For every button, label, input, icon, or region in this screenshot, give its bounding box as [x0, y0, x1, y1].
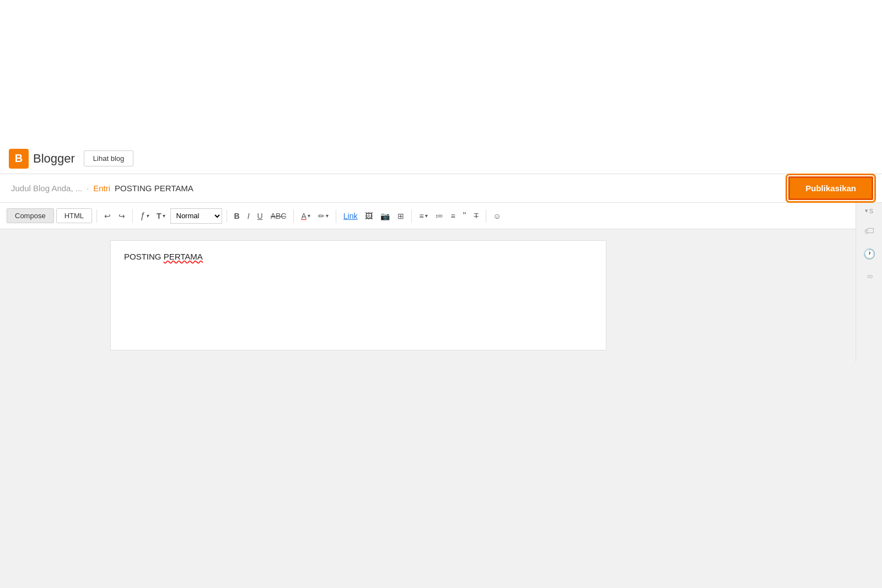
image-icon: 🖼	[365, 212, 373, 220]
toolbar-separator-6	[411, 209, 412, 223]
more-icon: ⊞	[397, 212, 404, 220]
blogger-icon: B	[9, 149, 29, 169]
lihat-blog-button[interactable]: Lihat blog	[84, 150, 133, 166]
align-arrow: ▾	[425, 213, 428, 219]
redo-button[interactable]: ↪	[116, 210, 128, 222]
toolbar-separator-7	[486, 209, 486, 223]
post-content: POSTING PERTAMA	[124, 252, 593, 261]
sidebar-dropdown-arrow: ▾	[865, 207, 868, 214]
toolbar: Compose HTML ↩ ↪ ƒ ▾ T ▾ Normal Heading …	[0, 203, 856, 229]
highlight-button[interactable]: ✏ ▾	[315, 210, 331, 222]
top-whitespace	[0, 0, 882, 143]
quote-icon: "	[463, 211, 466, 221]
publish-button[interactable]: Publikasikan	[788, 176, 873, 200]
emoji-button[interactable]: ☺	[491, 210, 504, 222]
font-color-button[interactable]: A ▾	[298, 210, 313, 222]
toolbar-separator-5	[336, 209, 336, 223]
undo-button[interactable]: ↩	[101, 210, 114, 222]
format-select[interactable]: Normal Heading 1 Heading 2 Heading 3	[170, 208, 222, 224]
highlight-arrow: ▾	[326, 213, 329, 219]
side-panel: ▾ S 🏷 🕐 ∞	[856, 203, 882, 362]
unordered-list-button[interactable]: ≡	[448, 210, 458, 222]
writing-area-wrapper: POSTING PERTAMA	[0, 229, 856, 362]
sidebar-dropdown-text: S	[869, 208, 873, 214]
blogger-letter: B	[15, 152, 23, 165]
clear-format-icon: T̶	[474, 212, 478, 220]
video-icon: 📷	[380, 212, 390, 220]
blogger-brand-name: Blogger	[33, 152, 75, 166]
quote-button[interactable]: "	[460, 209, 469, 223]
header-bar: B Blogger Lihat blog	[0, 143, 882, 174]
strikethrough-button[interactable]: ABC	[268, 210, 289, 222]
font-color-arrow: ▾	[308, 213, 310, 219]
toolbar-separator-1	[96, 209, 97, 223]
post-title-display: POSTING PERTAMA	[115, 184, 193, 193]
align-icon: ≡	[419, 212, 423, 220]
image-button[interactable]: 🖼	[362, 210, 375, 222]
font-size-icon: T	[157, 212, 162, 220]
video-button[interactable]: 📷	[378, 210, 392, 222]
font-size-arrow: ▾	[163, 213, 165, 219]
content-area: Compose HTML ↩ ↪ ƒ ▾ T ▾ Normal Heading …	[0, 203, 856, 362]
breadcrumb: Judul Blog Anda, ... · Entri POSTING PER…	[0, 184, 788, 193]
title-bar: Judul Blog Anda, ... · Entri POSTING PER…	[0, 174, 882, 203]
schedule-icon[interactable]: 🕐	[863, 248, 875, 260]
toolbar-separator-3	[227, 209, 227, 223]
highlight-icon: ✏	[318, 212, 325, 220]
sidebar-dropdown-label[interactable]: ▾ S	[865, 207, 873, 214]
align-button[interactable]: ≡ ▾	[416, 210, 430, 222]
font-size-button[interactable]: T ▾	[154, 210, 168, 222]
link-button[interactable]: Link	[341, 210, 361, 222]
emoji-icon: ☺	[493, 212, 501, 220]
toolbar-separator-2	[132, 209, 133, 223]
html-tab[interactable]: HTML	[56, 208, 92, 223]
writing-area[interactable]: POSTING PERTAMA	[110, 240, 606, 350]
unordered-list-icon: ≡	[451, 212, 455, 220]
clear-format-button[interactable]: T̶	[471, 210, 481, 222]
blog-title-label: Judul Blog Anda, ...	[11, 184, 82, 193]
more-button[interactable]: ⊞	[395, 210, 407, 222]
toolbar-separator-4	[293, 209, 294, 223]
blogger-logo: B Blogger	[9, 149, 75, 169]
font-family-button[interactable]: ƒ ▾	[137, 209, 152, 223]
compose-tab[interactable]: Compose	[7, 208, 54, 223]
underline-button[interactable]: U	[255, 210, 266, 222]
font-color-icon: A	[301, 212, 306, 220]
post-content-word: PERTAMA	[164, 252, 203, 261]
bold-button[interactable]: B	[232, 210, 243, 222]
italic-button[interactable]: I	[245, 210, 252, 222]
font-family-arrow: ▾	[146, 213, 149, 219]
font-family-icon: ƒ	[140, 211, 145, 221]
entri-link[interactable]: Entri	[93, 184, 110, 193]
ordered-list-icon: ≔	[435, 212, 443, 220]
ordered-list-button[interactable]: ≔	[433, 210, 446, 222]
main-layout: Compose HTML ↩ ↪ ƒ ▾ T ▾ Normal Heading …	[0, 203, 882, 362]
labels-icon[interactable]: 🏷	[864, 225, 874, 237]
links-icon[interactable]: ∞	[867, 271, 872, 280]
breadcrumb-separator: ·	[87, 184, 89, 193]
